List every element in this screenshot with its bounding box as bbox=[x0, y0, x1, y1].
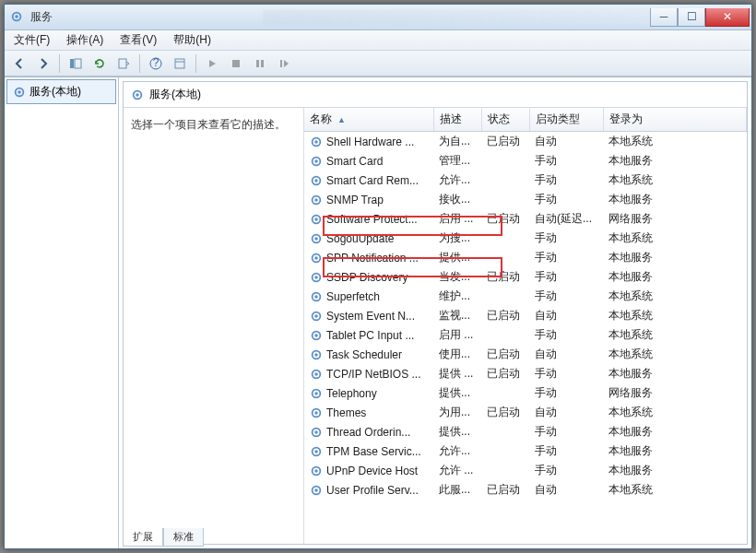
col-name[interactable]: 名称▲ bbox=[304, 108, 433, 132]
table-row[interactable]: Tablet PC Input ...启用 ...手动本地系统 bbox=[304, 325, 747, 345]
table-row[interactable]: Smart Card Rem...允许...手动本地系统 bbox=[304, 171, 747, 190]
pause-service-button[interactable] bbox=[249, 53, 271, 74]
service-startup: 自动 bbox=[529, 403, 603, 422]
service-status: 已启动 bbox=[481, 267, 529, 287]
service-name: SogouUpdate bbox=[326, 232, 394, 245]
table-row[interactable]: UPnP Device Host允许 ...手动本地服务 bbox=[304, 461, 747, 480]
service-logon: 本地系统 bbox=[603, 345, 747, 364]
table-row[interactable]: SPP Notification ...提供...手动本地服务 bbox=[304, 248, 747, 267]
detail-prompt: 选择一个项目来查看它的描述。 bbox=[131, 117, 296, 133]
service-status: 已启动 bbox=[481, 480, 529, 500]
table-row[interactable]: TCP/IP NetBIOS ...提供 ...已启动手动本地服务 bbox=[304, 364, 747, 383]
service-desc: 提供... bbox=[433, 383, 481, 403]
close-button[interactable]: ✕ bbox=[705, 8, 750, 27]
minimize-button[interactable]: ─ bbox=[650, 8, 678, 27]
table-row[interactable]: System Event N...监视...已启动自动本地系统 bbox=[304, 306, 747, 325]
service-name: TCP/IP NetBIOS ... bbox=[326, 368, 420, 381]
service-logon: 本地系统 bbox=[603, 132, 747, 152]
service-desc: 接收... bbox=[433, 190, 481, 209]
service-logon: 本地服务 bbox=[603, 267, 747, 287]
svg-point-40 bbox=[314, 353, 318, 357]
service-status bbox=[481, 325, 529, 345]
table-row[interactable]: Telephony提供...手动网络服务 bbox=[304, 383, 747, 403]
service-name: SSDP Discovery bbox=[326, 271, 408, 284]
right-header: 服务(本地) bbox=[124, 82, 747, 108]
service-name: Shell Hardware ... bbox=[326, 135, 414, 148]
service-status bbox=[481, 171, 529, 190]
gear-icon bbox=[13, 86, 26, 99]
service-logon: 本地服务 bbox=[603, 422, 747, 441]
table-row[interactable]: Smart Card管理...手动本地服务 bbox=[304, 151, 747, 171]
service-startup: 手动 bbox=[529, 287, 603, 306]
service-logon: 本地服务 bbox=[603, 364, 747, 383]
svg-rect-9 bbox=[232, 60, 240, 67]
service-desc: 提供 ... bbox=[433, 364, 481, 383]
tab-standard[interactable]: 标准 bbox=[163, 528, 204, 547]
toolbar-separator bbox=[195, 54, 196, 73]
svg-point-48 bbox=[314, 430, 318, 434]
col-logon[interactable]: 登录为 bbox=[603, 108, 747, 132]
table-row[interactable]: Themes为用...已启动自动本地系统 bbox=[304, 403, 747, 422]
svg-point-42 bbox=[314, 372, 318, 376]
svg-point-14 bbox=[18, 90, 21, 94]
menu-help[interactable]: 帮助(H) bbox=[168, 30, 217, 50]
table-row[interactable]: Task Scheduler使用...已启动自动本地系统 bbox=[304, 345, 747, 364]
svg-text:?: ? bbox=[153, 57, 159, 69]
table-row[interactable]: Thread Orderin...提供...手动本地服务 bbox=[304, 422, 747, 441]
table-row[interactable]: SogouUpdate为搜...手动本地系统 bbox=[304, 229, 747, 248]
start-service-button[interactable] bbox=[201, 53, 223, 74]
maximize-button[interactable]: ☐ bbox=[678, 8, 705, 27]
service-startup: 自动 bbox=[529, 480, 603, 500]
menu-view[interactable]: 查看(V) bbox=[114, 30, 162, 50]
table-row[interactable]: User Profile Serv...此服...已启动自动本地系统 bbox=[304, 480, 747, 500]
gear-icon bbox=[310, 271, 323, 284]
service-startup: 自动 bbox=[529, 345, 603, 364]
svg-point-52 bbox=[314, 469, 318, 473]
svg-point-44 bbox=[314, 392, 318, 395]
refresh-button[interactable] bbox=[89, 53, 111, 74]
menu-action[interactable]: 操作(A) bbox=[61, 30, 109, 50]
export-list-button[interactable] bbox=[112, 53, 135, 74]
service-list[interactable]: 名称▲ 描述 状态 启动类型 登录为 Shell Hardware ...为自.… bbox=[303, 108, 747, 544]
service-startup: 手动 bbox=[529, 248, 603, 267]
gear-icon bbox=[310, 445, 323, 458]
titlebar[interactable]: 服务 ─ ☐ ✕ bbox=[5, 5, 751, 30]
tree-node-services-local[interactable]: 服务(本地) bbox=[6, 79, 116, 104]
col-status[interactable]: 状态 bbox=[481, 108, 529, 132]
properties-button[interactable] bbox=[169, 53, 191, 74]
gear-icon bbox=[310, 213, 323, 226]
svg-point-46 bbox=[314, 411, 318, 415]
nav-forward-button[interactable] bbox=[32, 53, 54, 74]
service-status bbox=[481, 287, 529, 306]
gear-icon bbox=[310, 310, 323, 323]
service-desc: 提供... bbox=[433, 248, 481, 267]
gear-icon bbox=[310, 232, 323, 245]
table-row[interactable]: SSDP Discovery当发...已启动手动本地服务 bbox=[304, 267, 747, 287]
service-status: 已启动 bbox=[481, 132, 529, 152]
table-row[interactable]: Software Protect...启用 ...已启动自动(延迟...网络服务 bbox=[304, 209, 747, 229]
stop-service-button[interactable] bbox=[225, 53, 247, 74]
service-logon: 网络服务 bbox=[603, 209, 747, 229]
table-row[interactable]: Shell Hardware ...为自...已启动自动本地系统 bbox=[304, 132, 747, 152]
tab-extended[interactable]: 扩展 bbox=[123, 528, 163, 547]
table-row[interactable]: SNMP Trap接收...手动本地服务 bbox=[304, 190, 747, 209]
restart-service-button[interactable] bbox=[273, 53, 295, 74]
nav-back-button[interactable] bbox=[8, 53, 30, 74]
service-status: 已启动 bbox=[481, 306, 529, 325]
col-startup[interactable]: 启动类型 bbox=[529, 108, 603, 132]
table-row[interactable]: Superfetch维护...手动本地系统 bbox=[304, 287, 747, 306]
svg-rect-2 bbox=[70, 59, 74, 68]
service-logon: 本地服务 bbox=[603, 190, 747, 209]
help-button[interactable]: ? bbox=[145, 53, 167, 74]
service-status bbox=[481, 422, 529, 441]
service-name: Smart Card bbox=[326, 155, 383, 168]
menu-file[interactable]: 文件(F) bbox=[8, 30, 55, 50]
show-hide-tree-button[interactable] bbox=[65, 53, 87, 74]
service-name: Telephony bbox=[326, 387, 377, 400]
service-name: User Profile Serv... bbox=[326, 484, 419, 497]
col-desc[interactable]: 描述 bbox=[433, 108, 481, 132]
service-status bbox=[481, 229, 529, 248]
table-row[interactable]: TPM Base Servic...允许...手动本地服务 bbox=[304, 441, 747, 461]
tree-node-label: 服务(本地) bbox=[30, 84, 81, 100]
menubar: 文件(F) 操作(A) 查看(V) 帮助(H) bbox=[5, 30, 751, 51]
